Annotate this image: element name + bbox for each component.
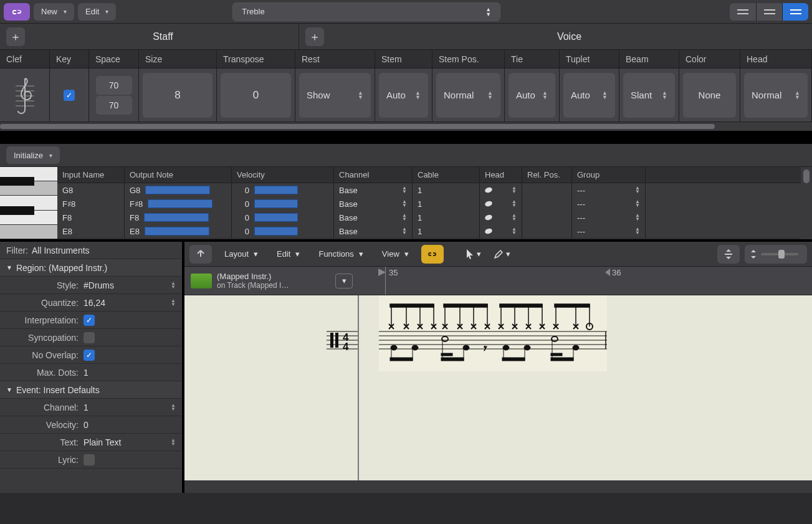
cell-head[interactable]: ▲▼ [480,197,522,211]
cell-relpos[interactable] [522,183,572,197]
svg-rect-23 [555,304,590,307]
catch-playhead-button[interactable] [421,245,444,264]
cell-group[interactable]: ---▲▼ [572,183,646,197]
table-row[interactable]: F♯8F♯80Base▲▼1▲▼---▲▼ [57,197,801,211]
chevron-down-icon: ▾ [295,249,300,259]
stem-dropdown[interactable]: Auto▲▼ [379,73,428,118]
cell-relpos[interactable] [522,197,572,211]
h-scrollbar-score[interactable] [184,480,812,493]
cell-velocity[interactable]: 0 [232,197,334,211]
cell-output[interactable]: E8 [125,224,232,238]
cell-channel[interactable]: Base▲▼ [334,224,413,238]
track-disclosure[interactable]: ▾ [335,274,353,288]
edit-menu[interactable]: Edit▾ [78,3,116,21]
tie-dropdown[interactable]: Auto▲▼ [509,73,555,118]
velocity-row[interactable]: Velocity:0 [0,416,182,434]
cell-group[interactable]: ---▲▼ [572,224,646,238]
percussion-clef-icon: 4 4 [327,320,358,376]
transpose-value[interactable]: 0 [221,73,291,118]
svg-rect-5 [725,254,732,255]
nooverlap-checkbox[interactable]: ✓ [84,350,95,361]
cell-group[interactable]: ---▲▼ [572,197,646,211]
cell-output[interactable]: F8 [125,211,232,224]
staff-style-selector[interactable]: Treble ▲▼ [232,2,500,21]
col-tie: Tie [505,50,560,68]
add-voice-button[interactable]: ＋ [305,27,324,46]
cell-velocity[interactable]: 0 [232,224,334,238]
table-row[interactable]: F8F80Base▲▼1▲▼---▲▼ [57,211,801,224]
space-top-value[interactable]: 70 [96,76,132,95]
piano-keyboard[interactable] [0,167,57,239]
rest-dropdown[interactable]: Show▲▼ [299,73,371,118]
cell-head[interactable]: ▲▼ [480,183,522,197]
beam-dropdown[interactable]: Slant▲▼ [623,73,675,118]
chevron-down-icon: ▾ [477,249,481,259]
text-row[interactable]: Text:Plain Text▲▼ [0,434,182,451]
cell-channel[interactable]: Base▲▼ [334,183,413,197]
cell-channel[interactable]: Base▲▼ [334,211,413,224]
cell-cable[interactable]: 1 [413,183,480,197]
filter-row[interactable]: Filter: All Instruments [0,242,182,259]
channel-row[interactable]: Channel:1▲▼ [0,399,182,416]
functions-menu[interactable]: Functions▾ [312,245,369,264]
layout-menu[interactable]: Layout▾ [218,245,264,264]
cell-output[interactable]: G8 [125,183,232,197]
track-info[interactable]: (Mapped Instr.) on Track (Mapped I… ▾ [184,267,359,295]
cell-channel[interactable]: Base▲▼ [334,197,413,211]
edit-menu-score[interactable]: Edit▾ [270,245,306,264]
h-scrollbar-top[interactable] [0,122,812,131]
view-mode-1[interactable] [730,3,756,21]
cell-relpos[interactable] [522,224,572,238]
cell-velocity[interactable]: 0 [232,211,334,224]
view-menu[interactable]: View▾ [376,245,415,264]
table-row[interactable]: G8G80Base▲▼1▲▼---▲▼ [57,183,801,197]
key-checkbox[interactable]: ✓ [64,90,75,101]
vertical-autozoom[interactable] [717,245,740,264]
add-staff-button[interactable]: ＋ [6,27,25,46]
up-level-button[interactable] [189,245,212,264]
cell-cable[interactable]: 1 [413,211,480,224]
cell-group[interactable]: ---▲▼ [572,211,646,224]
cell-relpos[interactable] [522,211,572,224]
event-header[interactable]: ▼ Event: Insert Defaults [0,381,182,399]
table-row[interactable]: E8E80Base▲▼1▲▼---▲▼ [57,224,801,238]
cell-cable[interactable]: 1 [413,224,480,238]
clef-selector[interactable] [0,69,50,121]
tuplet-dropdown[interactable]: Auto▲▼ [563,73,615,118]
v-scrollbar[interactable] [801,167,812,239]
interpretation-checkbox[interactable]: ✓ [84,315,95,326]
size-value[interactable]: 8 [143,73,213,118]
cell-output[interactable]: F♯8 [125,197,232,211]
initialize-menu[interactable]: Initialize▾ [6,146,60,164]
updown-icon: ▲▼ [171,439,176,446]
pointer-tool[interactable]: ▾ [462,245,485,264]
cell-cable[interactable]: 1 [413,197,480,211]
new-menu[interactable]: New▾ [34,3,74,21]
view-label: View [382,249,399,259]
ruler[interactable]: 35 36 [359,267,812,295]
syncopation-checkbox[interactable] [84,332,95,343]
score-canvas[interactable]: 4 4 [184,295,812,480]
score-region[interactable]: 𝄾 [379,295,607,371]
stempos-dropdown[interactable]: Normal▲▼ [436,73,500,118]
velocity-value: 0 [84,420,88,430]
space-bottom-value[interactable]: 70 [96,96,132,115]
view-mode-3[interactable] [782,3,808,21]
cell-head[interactable]: ▲▼ [480,211,522,224]
cell-velocity[interactable]: 0 [232,183,334,197]
view-mode-2[interactable] [756,3,782,21]
zoom-slider[interactable] [745,245,807,264]
quantize-row[interactable]: Quantize:16,24▲▼ [0,294,182,312]
style-row[interactable]: Style:#Drums▲▼ [0,277,182,294]
region-header[interactable]: ▼ Region: (Mapped Instr.) [0,259,182,277]
lyric-checkbox[interactable] [84,454,95,465]
head-dropdown[interactable]: Normal▲▼ [744,73,808,118]
color-dropdown[interactable]: None [683,73,736,118]
cell-head[interactable]: ▲▼ [480,224,522,238]
col-tuplet: Tuplet [560,50,619,68]
maxdots-row[interactable]: Max. Dots:1 [0,364,182,381]
link-toggle[interactable] [4,3,30,21]
pencil-tool[interactable]: ▾ [491,245,513,264]
interpretation-row: Interpretation:✓ [0,312,182,329]
new-label: New [41,7,57,16]
